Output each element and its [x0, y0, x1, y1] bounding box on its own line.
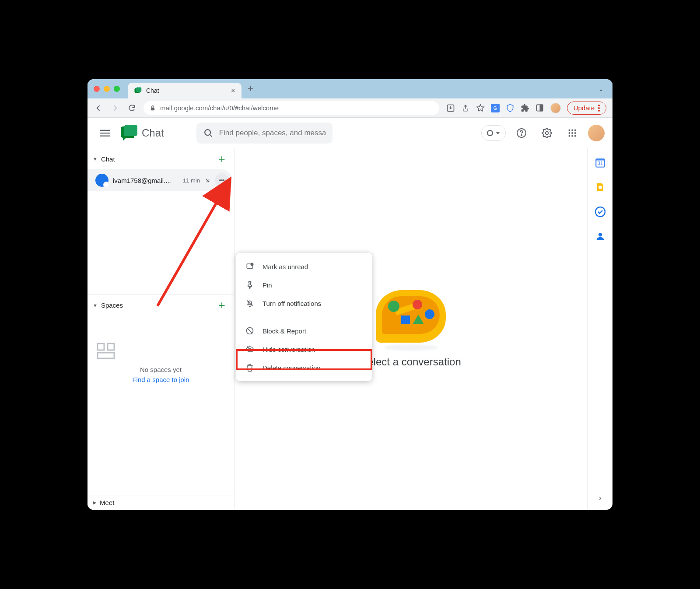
minimize-window[interactable]	[104, 86, 110, 92]
help-button[interactable]	[512, 123, 531, 143]
reload-button[interactable]	[127, 103, 136, 113]
menu-delete-conversation[interactable]: Delete conversation	[236, 358, 372, 377]
svg-rect-24	[98, 344, 104, 350]
chat-logo-icon	[121, 125, 137, 141]
profile-avatar-small[interactable]	[550, 103, 561, 113]
address-bar: mail.googlе.com/chat/u/0/#chat/welcome G…	[88, 98, 612, 118]
chat-item-more-button[interactable]	[215, 173, 229, 187]
outgoing-arrow-icon	[204, 177, 210, 183]
trash-icon	[245, 363, 255, 372]
spaces-section-title: Spaces	[101, 302, 215, 309]
status-selector[interactable]	[481, 125, 506, 141]
meet-section-header[interactable]: ▶ Meet	[88, 495, 234, 510]
browser-tab[interactable]: Chat ×	[128, 83, 242, 98]
svg-point-21	[568, 135, 570, 137]
update-label: Update	[574, 104, 595, 112]
spaces-empty-state: No spaces yet Find a space to join	[88, 316, 234, 392]
svg-point-30	[598, 186, 602, 189]
menu-separator	[246, 317, 362, 317]
pin-icon	[245, 280, 255, 290]
new-chat-button[interactable]: +	[215, 152, 229, 166]
chat-list-item[interactable]: ivam1758@gmail.... 11 min	[88, 169, 232, 191]
back-button[interactable]	[94, 103, 103, 113]
svg-point-34	[251, 263, 253, 265]
svg-point-13	[521, 135, 522, 136]
svg-rect-1	[136, 88, 141, 92]
menu-item-label: Turn off notifications	[262, 300, 321, 307]
svg-point-11	[205, 130, 210, 135]
url-bar[interactable]: mail.googlе.com/chat/u/0/#chat/welcome	[144, 101, 439, 115]
new-space-button[interactable]: +	[215, 298, 229, 312]
update-menu-icon	[598, 105, 600, 112]
bookmark-icon[interactable]	[476, 104, 485, 112]
search-box[interactable]	[196, 123, 333, 144]
side-panel: 31 ›	[587, 148, 612, 510]
sidepanel-expand-icon[interactable]: ›	[598, 493, 602, 503]
install-icon[interactable]	[446, 104, 455, 112]
eye-off-icon	[245, 344, 255, 354]
toolbar-icons: G Update	[446, 102, 606, 115]
menu-item-label: Block & Report	[262, 327, 306, 335]
menu-hide-conversation[interactable]: Hide conversation	[236, 340, 372, 358]
svg-point-22	[571, 135, 573, 137]
status-ring-icon	[487, 130, 493, 136]
svg-point-31	[595, 207, 605, 217]
window-controls	[94, 86, 120, 92]
shield-extension-icon[interactable]	[506, 104, 514, 112]
chat-section-header[interactable]: ▼ Chat +	[88, 148, 234, 169]
reading-list-icon[interactable]	[536, 104, 544, 112]
close-window[interactable]	[94, 86, 100, 92]
menu-block-report[interactable]: Block & Report	[236, 322, 372, 340]
apps-button[interactable]	[563, 123, 582, 143]
lock-icon	[150, 105, 156, 111]
maximize-window[interactable]	[114, 86, 120, 92]
forward-button[interactable]	[110, 103, 120, 113]
empty-illustration	[376, 290, 446, 343]
extensions-icon[interactable]	[521, 104, 529, 112]
menu-item-label: Mark as unread	[262, 263, 308, 270]
tab-title: Chat	[146, 87, 159, 94]
menu-mark-unread[interactable]: Mark as unread	[236, 257, 372, 276]
search-icon	[203, 128, 213, 138]
url-text: mail.googlе.com/chat/u/0/#chat/welcome	[160, 104, 279, 112]
browser-window: Chat × + ⌄ mail.googlе.com/chat/u/0/#cha…	[88, 79, 612, 510]
search-input[interactable]	[219, 129, 326, 137]
translate-extension-icon[interactable]: G	[491, 104, 500, 112]
close-tab-icon[interactable]: ×	[231, 86, 235, 95]
find-space-link[interactable]: Find a space to join	[96, 376, 225, 383]
meet-section-title: Meet	[100, 499, 229, 506]
account-avatar[interactable]	[588, 125, 605, 141]
svg-point-18	[568, 132, 570, 134]
tabs-dropdown-icon[interactable]: ⌄	[598, 85, 604, 92]
contact-avatar	[95, 174, 108, 187]
svg-point-20	[574, 132, 576, 134]
svg-rect-26	[98, 353, 114, 358]
spaces-section-header[interactable]: ▼ Spaces +	[88, 295, 234, 316]
share-icon[interactable]	[461, 104, 470, 112]
svg-point-32	[598, 233, 602, 236]
block-icon	[245, 326, 255, 336]
menu-notifications-off[interactable]: Turn off notifications	[236, 294, 372, 312]
settings-button[interactable]	[537, 123, 556, 143]
svg-point-16	[571, 129, 573, 131]
menu-item-label: Hide conversation	[262, 346, 315, 353]
app-header: Chat	[88, 118, 612, 148]
app-name: Chat	[142, 127, 164, 139]
svg-point-15	[568, 129, 570, 131]
tab-favicon	[134, 87, 142, 95]
update-button[interactable]: Update	[567, 102, 606, 115]
keep-sidepanel-icon[interactable]	[595, 182, 606, 193]
svg-text:31: 31	[597, 161, 602, 166]
main-menu-button[interactable]	[95, 123, 115, 143]
expand-caret-icon: ▶	[93, 500, 96, 505]
main-area: ▼ Chat + ivam1758@gmail.... 11 min ▼ Spa…	[88, 148, 612, 510]
svg-rect-9	[100, 133, 110, 133]
svg-point-19	[571, 132, 573, 134]
search-container	[196, 123, 333, 144]
new-tab-button[interactable]: +	[248, 83, 253, 95]
contacts-sidepanel-icon[interactable]	[595, 231, 606, 242]
menu-pin[interactable]: Pin	[236, 276, 372, 294]
tasks-sidepanel-icon[interactable]	[595, 206, 606, 217]
calendar-sidepanel-icon[interactable]: 31	[595, 157, 606, 168]
spaces-empty-text: No spaces yet	[96, 366, 225, 373]
